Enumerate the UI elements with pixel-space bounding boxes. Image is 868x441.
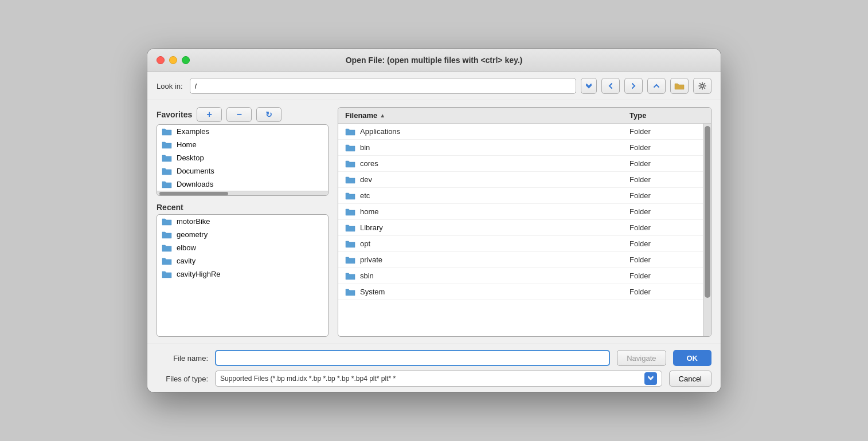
list-item[interactable]: motorBike	[157, 215, 328, 228]
list-item[interactable]: Downloads	[157, 178, 328, 191]
remove-favorite-button[interactable]: −	[226, 107, 252, 122]
folder-icon	[162, 270, 172, 278]
favorites-section: Favorites + − ↻ Examples	[157, 107, 329, 196]
folder-icon	[345, 255, 355, 264]
list-item[interactable]: Desktop	[157, 151, 328, 164]
list-item-label: cavityHighRe	[177, 270, 221, 278]
file-name: home	[360, 207, 379, 216]
bottom-bar: File name: Navigate OK Files of type: Su…	[147, 344, 721, 392]
file-type-cell: Folder	[623, 140, 703, 155]
recent-section: Recent motorBike geometry el	[157, 203, 329, 337]
file-table-header: Filename ▲ Type	[338, 108, 711, 124]
list-item-label: cavity	[177, 257, 196, 265]
table-row[interactable]: Applications Folder	[338, 124, 703, 140]
close-button[interactable]	[157, 56, 165, 64]
recent-list[interactable]: motorBike geometry elbow cavity	[157, 214, 329, 337]
folder-icon	[345, 159, 355, 168]
left-panel: Favorites + − ↻ Examples	[157, 107, 329, 337]
list-item-label: Home	[177, 140, 197, 149]
maximize-button[interactable]	[182, 56, 190, 64]
list-item[interactable]: Home	[157, 138, 328, 151]
favorites-list[interactable]: Examples Home Desktop Documents	[157, 124, 329, 196]
ok-button[interactable]: OK	[673, 350, 712, 366]
folder-icon	[162, 167, 172, 175]
open-file-dialog: Open File: (open multiple files with <ct…	[147, 49, 721, 392]
list-item[interactable]: cavityHighRe	[157, 267, 328, 281]
folder-icon	[162, 217, 172, 226]
list-item[interactable]: cavity	[157, 254, 328, 267]
back-button[interactable]	[601, 78, 620, 94]
folder-icon	[345, 207, 355, 216]
file-name: private	[360, 255, 382, 264]
list-item[interactable]: Documents	[157, 164, 328, 178]
horizontal-scrollbar[interactable]	[157, 191, 328, 195]
filetype-select[interactable]: Supported Files (*.bp md.idx *.bp *.bp *…	[215, 371, 662, 387]
col-type-header[interactable]: Type	[623, 108, 703, 123]
file-type-cell: Folder	[623, 188, 703, 203]
table-row[interactable]: Library Folder	[338, 220, 703, 236]
file-table-body[interactable]: Applications Folder bin Folder	[338, 124, 703, 336]
table-row[interactable]: etc Folder	[338, 188, 703, 204]
scrollbar-thumb	[705, 126, 710, 298]
file-type-cell: Folder	[623, 220, 703, 235]
file-list-panel: Filename ▲ Type Applications Folder	[338, 107, 711, 337]
list-item-label: elbow	[177, 243, 196, 252]
file-type-cell: Folder	[623, 204, 703, 219]
folder-icon	[162, 243, 172, 252]
folder-icon	[162, 230, 172, 239]
folder-icon	[345, 288, 355, 296]
col-filename-header[interactable]: Filename ▲	[338, 108, 623, 123]
filetype-label: Files of type:	[157, 375, 208, 383]
table-row[interactable]: home Folder	[338, 204, 703, 220]
favorites-label: Favorites	[157, 110, 192, 119]
folder-icon	[162, 140, 172, 149]
table-row[interactable]: dev Folder	[338, 172, 703, 188]
table-row[interactable]: System Folder	[338, 284, 703, 300]
scrollbar-thumb	[159, 192, 228, 195]
file-name: Applications	[360, 127, 400, 136]
add-favorite-button[interactable]: +	[197, 107, 222, 122]
navigate-button[interactable]: Navigate	[617, 350, 666, 366]
file-name: etc	[360, 191, 370, 200]
window-controls	[157, 56, 190, 64]
table-row[interactable]: private Folder	[338, 252, 703, 268]
file-name-cell: sbin	[338, 268, 623, 284]
vertical-scrollbar[interactable]	[703, 124, 711, 336]
table-row[interactable]: sbin Folder	[338, 268, 703, 284]
file-type-cell: Folder	[623, 236, 703, 251]
file-name-cell: dev	[338, 172, 623, 187]
look-in-combo-button[interactable]	[581, 78, 597, 94]
file-name: dev	[360, 175, 372, 184]
file-type-cell: Folder	[623, 172, 703, 187]
scrollbar-spacer	[703, 108, 711, 123]
filetype-row: Files of type: Supported Files (*.bp md.…	[157, 371, 711, 387]
table-row[interactable]: bin Folder	[338, 140, 703, 156]
file-name-cell: Library	[338, 220, 623, 235]
file-name-cell: cores	[338, 156, 623, 171]
file-type-cell: Folder	[623, 252, 703, 267]
window-title: Open File: (open multiple files with <ct…	[346, 56, 523, 65]
recent-label: Recent	[157, 203, 329, 212]
list-item-label: geometry	[177, 230, 208, 239]
up-button[interactable]	[647, 78, 666, 94]
settings-button[interactable]	[693, 78, 711, 94]
folder-button[interactable]	[670, 78, 689, 94]
file-name: System	[360, 288, 385, 296]
list-item[interactable]: elbow	[157, 241, 328, 254]
filetype-select-text: Supported Files (*.bp md.idx *.bp *.bp *…	[220, 375, 644, 383]
refresh-favorites-button[interactable]: ↻	[256, 107, 281, 122]
list-item[interactable]: Examples	[157, 125, 328, 138]
file-name: sbin	[360, 271, 374, 280]
minimize-button[interactable]	[169, 56, 177, 64]
table-row[interactable]: opt Folder	[338, 236, 703, 252]
filename-input[interactable]	[215, 350, 610, 366]
table-row[interactable]: cores Folder	[338, 156, 703, 172]
cancel-button[interactable]: Cancel	[669, 371, 711, 387]
list-item-label: Documents	[177, 167, 214, 175]
forward-button[interactable]	[624, 78, 643, 94]
file-name: opt	[360, 239, 370, 248]
folder-icon	[345, 191, 355, 200]
list-item[interactable]: geometry	[157, 228, 328, 241]
look-in-input[interactable]	[190, 78, 576, 94]
look-in-label: Look in:	[157, 82, 183, 90]
